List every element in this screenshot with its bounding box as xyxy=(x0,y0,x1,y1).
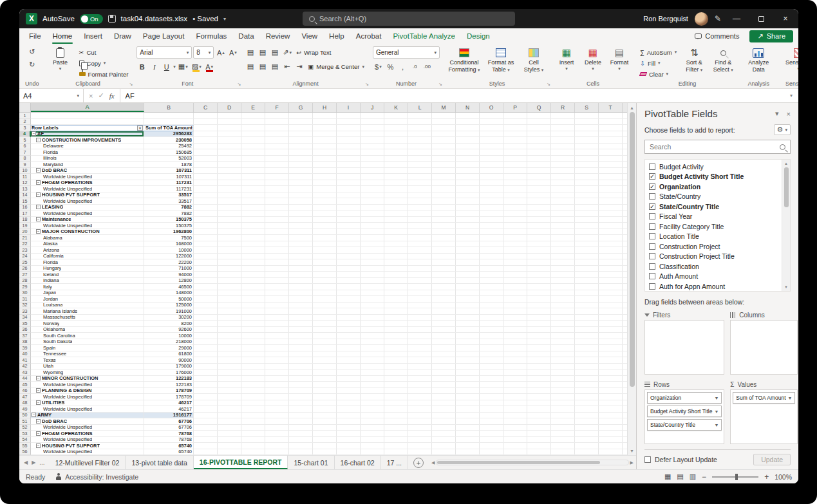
increase-font-button[interactable]: A▴ xyxy=(215,47,226,59)
empty-cells-row-50[interactable] xyxy=(194,413,627,419)
cell-B3[interactable]: Sum of TOA Amount xyxy=(144,125,194,131)
formula-input[interactable]: AF xyxy=(120,89,784,102)
copy-button[interactable]: Copy▾ xyxy=(77,58,131,68)
column-header-A[interactable]: A xyxy=(31,103,144,112)
empty-cells-row-2[interactable] xyxy=(194,119,627,126)
cell-A5[interactable]: −CONSTRUCTION IMPROVEMENTS xyxy=(31,137,144,144)
sheet-overflow-indicator[interactable]: ... xyxy=(39,459,44,466)
cell-A15[interactable]: Worldwide Unspecified xyxy=(31,198,144,205)
bold-button[interactable]: B xyxy=(136,61,147,73)
cell-A41[interactable]: Texas xyxy=(31,357,144,364)
vertical-scroll-thumb[interactable] xyxy=(630,112,635,387)
cell-A32[interactable]: Louisana xyxy=(31,303,144,309)
column-header-I[interactable]: I xyxy=(337,103,361,112)
cell-B14[interactable]: 33517 xyxy=(144,192,194,199)
field-item-organization[interactable]: ✓Organization xyxy=(646,182,782,192)
row-header-32[interactable]: 32 xyxy=(19,303,31,309)
vertical-scrollbar[interactable]: ▲ ▼ xyxy=(627,103,636,455)
conditional-formatting-button[interactable]: ConditionalFormatting ▾ xyxy=(446,46,482,75)
row-header-33[interactable]: 33 xyxy=(19,308,31,315)
row-header-42[interactable]: 42 xyxy=(19,364,31,370)
font-dialog-launcher[interactable]: ↘ xyxy=(237,82,241,87)
sheet-tab-16-chart-02[interactable]: 16-chart 02 xyxy=(335,456,381,469)
filters-area-box[interactable] xyxy=(644,320,724,375)
collapse-button[interactable]: − xyxy=(36,168,41,173)
column-header-Q[interactable]: Q xyxy=(527,103,551,112)
empty-cells-row-7[interactable] xyxy=(194,149,627,156)
field-item-facility-category-title[interactable]: Facility Category Title xyxy=(646,221,782,232)
field-checkbox-organization[interactable]: ✓ xyxy=(649,183,655,190)
update-button[interactable]: Update xyxy=(753,454,791,465)
column-header-D[interactable]: D xyxy=(218,103,241,112)
ribbon-tab-page-layout[interactable]: Page Layout xyxy=(137,28,191,44)
collapse-button[interactable]: − xyxy=(36,443,41,448)
borders-button[interactable]: ▦▾ xyxy=(177,61,189,73)
collapse-button[interactable]: − xyxy=(36,217,41,221)
area-field-pill-sum-of-toa-amount[interactable]: Sum of TOA Amount▼ xyxy=(733,392,795,404)
empty-cells-row-14[interactable] xyxy=(194,192,627,199)
cell-B43[interactable]: 176000 xyxy=(144,369,194,376)
cell-B36[interactable]: 92600 xyxy=(144,327,194,333)
cell-A20[interactable]: −MAJOR CONSTRUCTION xyxy=(31,229,144,236)
collapse-ribbon-chevron[interactable]: ⌄ xyxy=(788,79,793,86)
collapse-button[interactable]: − xyxy=(36,388,41,393)
empty-cells-row-23[interactable] xyxy=(194,247,627,254)
cell-B22[interactable]: 168000 xyxy=(144,241,194,248)
empty-cells-row-12[interactable] xyxy=(194,180,627,187)
cell-B38[interactable]: 218000 xyxy=(144,339,194,346)
empty-cells-row-46[interactable] xyxy=(194,388,627,395)
column-header-H[interactable]: H xyxy=(313,103,337,112)
cell-A48[interactable]: −UTILITIES xyxy=(31,400,144,407)
row-header-12[interactable]: 12 xyxy=(19,180,31,187)
cell-A49[interactable]: Worldwide Unspecified xyxy=(31,406,144,413)
row-header-35[interactable]: 35 xyxy=(19,321,31,327)
cell-B50[interactable]: 1916177 xyxy=(144,413,194,419)
empty-cells-row-15[interactable] xyxy=(194,198,627,205)
file-menu-chevron-icon[interactable]: ▾ xyxy=(223,16,226,22)
decrease-indent-button[interactable]: ⇤ xyxy=(281,61,292,73)
styles-dialog-launcher[interactable]: ↘ xyxy=(547,82,550,87)
cell-A2[interactable] xyxy=(31,119,144,126)
ribbon-tab-help[interactable]: Help xyxy=(323,28,350,44)
hscroll-right-icon[interactable]: ▶ xyxy=(630,460,634,465)
cell-B10[interactable]: 107311 xyxy=(144,168,194,174)
cell-A8[interactable]: Illinois xyxy=(31,156,144,162)
row-header-34[interactable]: 34 xyxy=(19,315,31,321)
row-header-18[interactable]: 18 xyxy=(19,217,31,223)
cell-A36[interactable]: Oklahoma xyxy=(31,327,144,333)
field-item-budget-activity-short-title[interactable]: ✓Budget Activity Short Title xyxy=(646,172,782,182)
cell-B7[interactable]: 150685 xyxy=(144,149,194,156)
cell-A43[interactable]: Wyoming xyxy=(31,369,144,376)
field-checkbox-construction-project[interactable] xyxy=(649,243,655,250)
collapse-button[interactable]: − xyxy=(36,419,41,424)
ribbon-tab-home[interactable]: Home xyxy=(47,28,79,44)
cell-B26[interactable]: 71000 xyxy=(144,266,194,272)
field-item-state-country[interactable]: State/Country xyxy=(646,192,782,202)
align-middle-button[interactable]: ▤ xyxy=(257,47,268,59)
cell-A3[interactable]: Row Labels▼ xyxy=(31,125,144,131)
field-item-location-title[interactable]: Location Title xyxy=(646,232,782,242)
row-header-26[interactable]: 26 xyxy=(19,266,31,272)
cell-B4[interactable]: 2956283 xyxy=(144,131,194,138)
align-top-button[interactable]: ▤ xyxy=(245,47,256,59)
cell-A13[interactable]: Worldwide Unspecified xyxy=(31,186,144,192)
collapse-button[interactable]: − xyxy=(36,180,41,185)
column-header-F[interactable]: F xyxy=(265,103,289,112)
empty-cells-row-18[interactable] xyxy=(194,217,627,223)
sort-filter-button[interactable]: ⇅ Sort &Filter ▾ xyxy=(681,46,708,75)
cell-B15[interactable]: 33517 xyxy=(144,198,194,205)
collapse-button[interactable]: − xyxy=(36,400,41,405)
empty-cells-row-11[interactable] xyxy=(194,174,627,180)
empty-cells-row-43[interactable] xyxy=(194,369,627,376)
sheet-tab-16-pivottable-report[interactable]: 16-PIVOTTABLE REPORT xyxy=(194,456,288,469)
empty-cells-row-37[interactable] xyxy=(194,333,627,339)
empty-cells-row-13[interactable] xyxy=(194,186,627,192)
autosum-button[interactable]: ∑AutoSum▾ xyxy=(638,47,679,57)
sheet-tab-15-chart-01[interactable]: 15-chart 01 xyxy=(288,456,334,469)
ribbon-tab-insert[interactable]: Insert xyxy=(78,28,108,44)
collapse-button[interactable]: − xyxy=(36,138,41,142)
analyze-data-button[interactable]: AnalyzeData xyxy=(743,46,774,75)
format-cells-button[interactable]: ▤ Format▾ xyxy=(607,46,632,73)
row-header-44[interactable]: 44 xyxy=(19,376,31,382)
cell-B27[interactable]: 94000 xyxy=(144,272,194,278)
